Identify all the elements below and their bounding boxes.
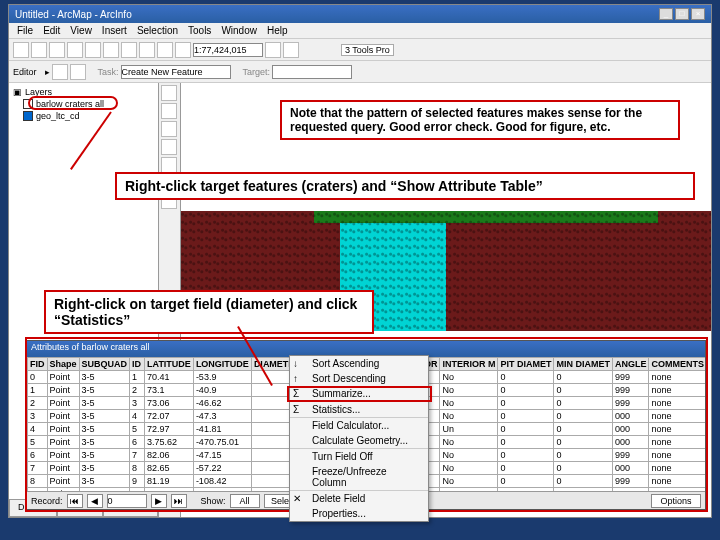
task-label: Task: (98, 67, 119, 77)
target-label: Target: (243, 67, 271, 77)
delete-icon: ✕ (293, 493, 307, 505)
cut-icon[interactable] (85, 42, 101, 58)
toolspro-label[interactable]: 3 Tools Pro (341, 44, 394, 56)
field-context-menu: ↓Sort Ascending↑Sort DescendingΣSummariz… (289, 355, 429, 522)
zoom-out-icon[interactable] (283, 42, 299, 58)
window-title: Untitled - ArcMap - ArcInfo (15, 9, 132, 20)
paste-icon[interactable] (121, 42, 137, 58)
menu-view[interactable]: View (70, 25, 92, 36)
column-header[interactable]: LATITUDE (145, 358, 194, 371)
show-all-button[interactable]: All (230, 494, 260, 508)
pan-icon[interactable] (161, 103, 177, 119)
menubar: File Edit View Insert Selection Tools Wi… (9, 23, 711, 39)
ctx-sort-descending[interactable]: ↑Sort Descending (290, 371, 428, 386)
ctx-field-calculator[interactable]: Field Calculator... (290, 417, 428, 433)
toolbar-standard: 3 Tools Pro (9, 39, 711, 61)
identify-icon[interactable] (161, 139, 177, 155)
sigma-icon: Σ (293, 404, 307, 416)
ctx-properties[interactable]: Properties... (290, 506, 428, 521)
column-header[interactable]: Shape (47, 358, 79, 371)
save-icon[interactable] (49, 42, 65, 58)
column-header[interactable]: ID (130, 358, 145, 371)
column-header[interactable]: MIN DIAMET (554, 358, 613, 371)
calc-icon (293, 420, 307, 432)
redo-icon[interactable] (157, 42, 173, 58)
pointer-icon[interactable] (161, 85, 177, 101)
ctx-statistics[interactable]: ΣStatistics... (290, 401, 428, 417)
annotation-box-statistics (287, 386, 432, 402)
ctx-sort-ascending[interactable]: ↓Sort Ascending (290, 356, 428, 371)
menu-edit[interactable]: Edit (43, 25, 60, 36)
minimize-button[interactable]: _ (659, 8, 673, 20)
target-input[interactable] (272, 65, 352, 79)
annotation-step2: Right-click on target field (diameter) a… (44, 290, 374, 334)
column-header[interactable]: PIT DIAMET (498, 358, 554, 371)
menu-tools[interactable]: Tools (188, 25, 211, 36)
toolbar-editor: Editor ▸ Task: Target: (9, 61, 711, 83)
show-label: Show: (201, 496, 226, 506)
annotation-note: Note that the pattern of selected featur… (280, 100, 680, 140)
menu-file[interactable]: File (17, 25, 33, 36)
column-header[interactable]: LONGITUDE (193, 358, 251, 371)
window-controls: _ □ × (659, 8, 705, 20)
add-data-icon[interactable] (175, 42, 191, 58)
record-label: Record: (31, 496, 63, 506)
first-record-button[interactable]: ⏮ (67, 494, 83, 508)
annotation-step1: Right-click target features (craters) an… (115, 172, 695, 200)
undo-icon[interactable] (139, 42, 155, 58)
sort-desc-icon: ↑ (293, 373, 307, 385)
editor-dropdown[interactable]: Editor (13, 67, 37, 77)
annotation-circle-layer (28, 96, 118, 110)
zoom-icon[interactable] (161, 121, 177, 137)
new-icon[interactable] (13, 42, 29, 58)
last-record-button[interactable]: ⏭ (171, 494, 187, 508)
prev-record-button[interactable]: ◀ (87, 494, 103, 508)
measure-icon[interactable] (161, 157, 177, 173)
ctx-freeze-unfreeze-column[interactable]: Freeze/Unfreeze Column (290, 464, 428, 490)
print-icon[interactable] (67, 42, 83, 58)
sort-asc-icon: ↓ (293, 358, 307, 370)
menu-selection[interactable]: Selection (137, 25, 178, 36)
titlebar: Untitled - ArcMap - ArcInfo _ □ × (9, 5, 711, 23)
next-record-button[interactable]: ▶ (151, 494, 167, 508)
column-header[interactable]: ANGLE (612, 358, 649, 371)
column-header[interactable]: COMMENTS (649, 358, 705, 371)
zoom-in-icon[interactable] (265, 42, 281, 58)
column-header[interactable]: INTERIOR M (440, 358, 498, 371)
edit-tool-icon[interactable] (52, 64, 68, 80)
menu-help[interactable]: Help (267, 25, 288, 36)
task-input[interactable] (121, 65, 231, 79)
copy-icon[interactable] (103, 42, 119, 58)
maximize-button[interactable]: □ (675, 8, 689, 20)
ctx-calculate-geometry[interactable]: Calculate Geometry... (290, 433, 428, 448)
ctx-delete-field[interactable]: ✕Delete Field (290, 490, 428, 506)
close-button[interactable]: × (691, 8, 705, 20)
record-number-input[interactable] (107, 494, 147, 508)
column-header[interactable]: FID (28, 358, 48, 371)
toc-layer-geo[interactable]: geo_ltc_cd (23, 111, 154, 121)
ctx-turn-field-off[interactable]: Turn Field Off (290, 448, 428, 464)
options-button[interactable]: Options (651, 494, 701, 508)
checkbox-icon[interactable] (23, 111, 33, 121)
column-header[interactable]: SUBQUAD (79, 358, 130, 371)
menu-insert[interactable]: Insert (102, 25, 127, 36)
menu-window[interactable]: Window (221, 25, 257, 36)
sketch-tool-icon[interactable] (70, 64, 86, 80)
scale-input[interactable] (193, 43, 263, 57)
open-icon[interactable] (31, 42, 47, 58)
